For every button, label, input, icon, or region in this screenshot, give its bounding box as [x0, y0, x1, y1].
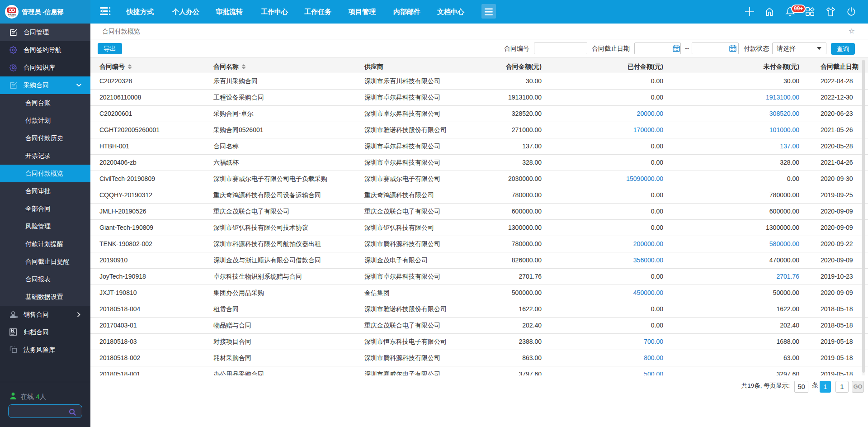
svg-text:华天动力: 华天动力: [7, 13, 16, 16]
svg-text:POWER: POWER: [9, 16, 14, 18]
